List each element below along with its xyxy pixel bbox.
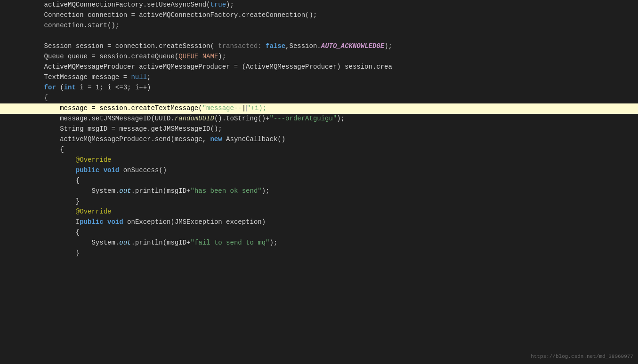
token: false: [266, 42, 285, 50]
token: );: [337, 115, 345, 122]
token: [104, 218, 107, 226]
code-text: }: [28, 197, 80, 206]
token: {: [28, 146, 64, 153]
code-text: Queue queue = session.createQueue(QUEUE_…: [28, 52, 226, 62]
token: activeMQMessageProducer.send(message,: [28, 135, 210, 143]
token: Queue queue = session.createQueue(: [28, 53, 178, 60]
token: for: [44, 84, 56, 91]
token: void: [104, 166, 120, 174]
token: out: [119, 187, 131, 195]
code-line: Queue queue = session.createQueue(QUEUE_…: [0, 52, 638, 62]
token: [28, 84, 44, 91]
token: onException(JMSException exception): [123, 218, 266, 226]
token: {: [28, 229, 80, 236]
token: ActiveMQMessageProducer activeMQMessageP…: [28, 63, 392, 71]
code-text: ActiveMQMessageProducer activeMQMessageP…: [28, 62, 392, 72]
token: connection.start();: [28, 22, 119, 29]
code-line: message.setJMSMessageID(UUID.randomUUID(…: [0, 114, 638, 124]
code-line: @Override: [0, 207, 638, 217]
code-text: String msgID = message.getJMSMessageID()…: [28, 124, 222, 134]
code-editor: activeMQConnectionFactory.setUseAsyncSen…: [0, 0, 638, 364]
token: new: [210, 135, 222, 143]
code-line: Session session = connection.createSessi…: [0, 41, 638, 52]
token: System.: [28, 187, 119, 195]
code-text: connection.start();: [28, 21, 119, 31]
token: QUEUE_NAME: [178, 53, 218, 60]
token: transacted:: [218, 42, 261, 50]
token: "---orderAtguigu": [270, 115, 337, 122]
code-text: @Override: [28, 207, 111, 217]
token: out: [119, 239, 131, 246]
code-line: connection.start();: [0, 21, 638, 31]
code-text: {: [28, 228, 80, 237]
code-line: {: [0, 228, 638, 238]
code-line: TextMessage message = null;: [0, 72, 638, 83]
ibeam-cursor: I: [76, 218, 80, 226]
watermark: https://blog.csdn.net/md_38060977: [531, 353, 633, 361]
token: Connection connection = activeMQConnecti…: [28, 11, 317, 19]
code-text: Session session = connection.createSessi…: [28, 41, 392, 51]
token: );: [270, 239, 278, 246]
token: );: [226, 1, 234, 8]
token: "message--: [202, 104, 242, 112]
code-line: String msgID = message.getJMSMessageID()…: [0, 124, 638, 135]
token: |: [242, 104, 246, 112]
code-line: System.out.println(msgID+"fail to send t…: [0, 238, 638, 248]
token: [28, 166, 76, 174]
token: );: [384, 42, 392, 50]
token: ,Session.: [285, 42, 321, 50]
code-text: activeMQConnectionFactory.setUseAsyncSen…: [28, 0, 234, 10]
token: .println(msgID+: [131, 239, 190, 246]
token: "+i);: [247, 104, 267, 112]
code-text: }: [28, 248, 80, 258]
token: AsyncCallback(): [222, 135, 285, 143]
code-line: {: [0, 93, 638, 103]
token: AUTO_ACKNOWLEDGE: [321, 42, 384, 50]
code-text: {: [28, 176, 80, 186]
code-text: {: [28, 145, 64, 155]
token: ;: [147, 73, 151, 81]
token: activeMQConnectionFactory.setUseAsyncSen…: [28, 1, 210, 8]
token: public: [80, 218, 103, 226]
code-text: message = session.createTextMessage("mes…: [28, 103, 267, 113]
code-text: public void onSuccess(): [28, 166, 167, 175]
code-text: activeMQMessageProducer.send(message, ne…: [28, 135, 285, 144]
code-line: System.out.println(msgID+"has been ok se…: [0, 186, 638, 197]
token: }: [28, 198, 80, 205]
code-text: message.setJMSMessageID(UUID.randomUUID(…: [28, 114, 345, 124]
code-line: message = session.createTextMessage("mes…: [0, 103, 638, 114]
code-line: ActiveMQMessageProducer activeMQMessageP…: [0, 62, 638, 72]
token: ().toString()+: [214, 115, 270, 122]
token: [28, 218, 76, 226]
code-line: [0, 31, 638, 41]
token: {: [28, 94, 48, 102]
code-text: @Override: [28, 155, 111, 165]
code-text: Ipublic void onException(JMSException ex…: [28, 217, 266, 227]
code-text: TextMessage message = null;: [28, 72, 151, 82]
code-line: }: [0, 197, 638, 207]
token: null: [131, 73, 147, 81]
code-text: {: [28, 93, 48, 103]
code-line: activeMQMessageProducer.send(message, ne…: [0, 135, 638, 145]
token: int: [64, 84, 76, 91]
code-line: activeMQConnectionFactory.setUseAsyncSen…: [0, 0, 638, 10]
code-line: Connection connection = activeMQConnecti…: [0, 10, 638, 21]
token: @Override: [76, 208, 112, 215]
token: .println(msgID+: [131, 187, 190, 195]
token: onSuccess(): [119, 166, 167, 174]
token: Session session = connection.createSessi…: [28, 42, 218, 50]
token: );: [262, 187, 270, 195]
token: [99, 166, 103, 174]
code-line: Ipublic void onException(JMSException ex…: [0, 217, 638, 228]
code-line: public void onSuccess(): [0, 166, 638, 176]
token: "fail to send to mq": [190, 239, 269, 246]
code-text: System.out.println(msgID+"has been ok se…: [28, 186, 270, 196]
code-line: }: [0, 248, 638, 259]
token: message.setJMSMessageID(UUID.: [28, 115, 175, 122]
token: message = session.createTextMessage(: [28, 104, 202, 112]
token: [28, 208, 76, 215]
code-line: @Override: [0, 155, 638, 166]
token: randomUUID: [175, 115, 214, 122]
token: "has been ok send": [190, 187, 261, 195]
code-text: System.out.println(msgID+"fail to send t…: [28, 238, 277, 248]
